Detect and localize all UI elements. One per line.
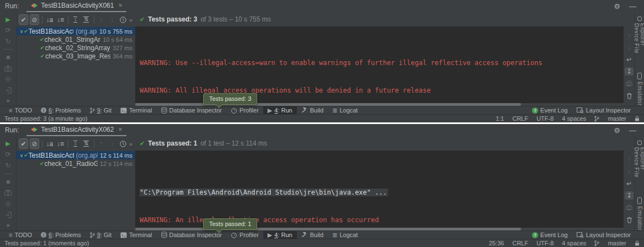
scrollbar-thumb[interactable] bbox=[135, 228, 521, 230]
resume-icon[interactable]: ↻ bbox=[4, 162, 13, 170]
indent-setting[interactable]: 4 spaces bbox=[562, 115, 586, 122]
scroll-to-end-icon[interactable]: ↧ bbox=[625, 67, 634, 76]
test-history-icon[interactable] bbox=[118, 14, 127, 25]
tree-row-test[interactable]: ✔ check_01_StringArray_Distance 10 s 64 … bbox=[17, 35, 135, 44]
problems-button[interactable]: !6: Problems bbox=[36, 231, 86, 239]
git-branch-name[interactable]: master bbox=[608, 115, 626, 122]
tree-row-test[interactable]: ✔ check_01_RadioGroupChange 12 s 114 ms bbox=[17, 159, 135, 168]
run-tool-window-x061: Run: TestB1BasicActivityX061 × ⚙ — ▶ ⟳ ↻… bbox=[0, 0, 644, 122]
line-endings[interactable]: CRLF bbox=[512, 115, 528, 122]
expand-all-button[interactable]: ↕ bbox=[71, 138, 80, 149]
tab-testb1basicactivityx062[interactable]: TestB1BasicActivityX062 × bbox=[26, 124, 126, 136]
layout-inspector-icon bbox=[577, 108, 584, 114]
file-encoding[interactable]: UTF-8 bbox=[536, 115, 553, 122]
test-name: check_01_RadioGroupChange bbox=[44, 160, 98, 168]
run-button[interactable]: ▶4: Run bbox=[263, 231, 297, 239]
test-history-icon[interactable] bbox=[118, 138, 127, 149]
sort-by-duration-button[interactable]: ↓≡ bbox=[56, 138, 65, 149]
test-name: check_02_StringArray_Weight bbox=[45, 44, 110, 52]
toolbar-more-icon[interactable]: » bbox=[129, 17, 132, 23]
collapse-all-button[interactable]: ⇅ bbox=[82, 138, 91, 149]
tool-window-bar: ≡TODO !6: Problems 9: Git Terminal Datab… bbox=[0, 106, 644, 114]
logcat-icon: ≣ bbox=[332, 232, 337, 239]
toolbar-more-icon[interactable]: » bbox=[129, 141, 132, 147]
clear-console-icon[interactable] bbox=[625, 92, 634, 100]
test-name: check_01_StringArray_Distance bbox=[44, 36, 100, 44]
build-button[interactable]: Build bbox=[297, 106, 328, 114]
device-file-explorer-button[interactable]: Device File Explorer bbox=[634, 17, 644, 57]
file-encoding[interactable]: UTF-8 bbox=[536, 240, 553, 246]
indent-setting[interactable]: 4 spaces bbox=[562, 240, 586, 246]
show-ignored-button[interactable]: ⊘ bbox=[30, 138, 39, 149]
import-test-results-icon[interactable] bbox=[4, 211, 13, 219]
close-icon[interactable]: × bbox=[118, 126, 122, 133]
profiler-button[interactable]: Profiler bbox=[226, 106, 263, 114]
caret-position[interactable]: 25:36 bbox=[489, 240, 504, 246]
tree-row-test[interactable]: ✔ check_02_StringArray_Weight 327 ms bbox=[17, 44, 135, 52]
layout-inspector-button[interactable]: Layout Inspector bbox=[572, 231, 635, 239]
clear-console-icon[interactable] bbox=[625, 216, 634, 224]
test-settings-icon bbox=[4, 76, 13, 84]
run-titlebar: Run: TestB1BasicActivityX061 × ⚙ — bbox=[0, 0, 644, 12]
chevron-down-icon[interactable]: ∨ bbox=[19, 29, 24, 34]
test-config-icon bbox=[31, 3, 38, 8]
logcat-button[interactable]: ≣Logcat bbox=[328, 106, 362, 114]
event-log-button[interactable]: 7Event Log bbox=[528, 231, 572, 239]
sort-alphabetically-button[interactable]: ↓a bbox=[45, 14, 55, 25]
collapse-all-button[interactable]: ⇅ bbox=[82, 14, 91, 25]
tree-row-root[interactable]: ∨ ✔ TestB1BasicActivityX062 (org.aplas.b… bbox=[17, 151, 135, 159]
tree-row-root[interactable]: ∨ ✔ TestB1BasicActivityX061 (org.aplas.b… bbox=[17, 27, 135, 35]
rerun-button[interactable]: ▶ bbox=[4, 15, 13, 24]
run-button[interactable]: ▶4: Run bbox=[263, 106, 297, 114]
caret-position[interactable]: 1:1 bbox=[496, 115, 504, 122]
gear-icon[interactable]: ⚙ bbox=[614, 2, 620, 10]
test-class-name: TestB1BasicActivityX062 bbox=[28, 152, 73, 159]
profiler-button[interactable]: Profiler bbox=[226, 231, 263, 239]
problems-button[interactable]: !6: Problems bbox=[36, 106, 86, 114]
device-file-explorer-button[interactable]: Device File Explorer bbox=[634, 141, 644, 181]
rerun-failed-tests-icon[interactable]: ⟳ bbox=[4, 26, 13, 35]
emulator-button[interactable]: Emulator bbox=[637, 197, 643, 230]
soft-wrap-icon[interactable]: ↵ bbox=[625, 55, 634, 63]
test-package: (org.aplas.b bbox=[76, 152, 98, 159]
minimize-icon[interactable]: — bbox=[629, 126, 636, 135]
todo-button[interactable]: ≡TODO bbox=[4, 231, 36, 239]
todo-button[interactable]: ≡TODO bbox=[4, 106, 36, 114]
event-log-button[interactable]: 7Event Log bbox=[528, 106, 572, 114]
build-button[interactable]: Build bbox=[297, 231, 328, 239]
git-button[interactable]: 9: Git bbox=[86, 231, 116, 239]
database-inspector-button[interactable]: Database Inspector bbox=[157, 231, 226, 239]
logcat-button[interactable]: ≣Logcat bbox=[328, 231, 362, 239]
scroll-to-end-icon[interactable]: ↧ bbox=[625, 191, 634, 200]
layout-inspector-button[interactable]: Layout Inspector bbox=[572, 106, 635, 114]
import-test-results-icon[interactable] bbox=[4, 86, 13, 94]
more-options-icon[interactable]: » bbox=[6, 222, 9, 228]
tree-row-test[interactable]: ✔ check_03_Image_Resources 364 ms bbox=[17, 52, 135, 60]
sort-by-duration-button[interactable]: ↓≡ bbox=[56, 14, 65, 25]
rerun-button[interactable]: ▶ bbox=[4, 139, 13, 148]
sort-alphabetically-button[interactable]: ↓a bbox=[45, 138, 55, 149]
rerun-failed-tests-icon[interactable]: ⟳ bbox=[4, 151, 13, 159]
scrollbar-thumb[interactable] bbox=[135, 103, 521, 106]
database-inspector-button[interactable]: Database Inspector bbox=[157, 106, 226, 114]
git-button[interactable]: 9: Git bbox=[86, 106, 116, 114]
emulator-button[interactable]: Emulator bbox=[637, 73, 643, 106]
resume-icon[interactable]: ↻ bbox=[4, 37, 13, 45]
git-branch-name[interactable]: master bbox=[608, 240, 626, 246]
show-passed-button[interactable]: ✔ bbox=[19, 14, 28, 25]
terminal-button[interactable]: Terminal bbox=[116, 106, 157, 114]
chevron-down-icon[interactable]: ∨ bbox=[19, 153, 24, 158]
close-icon[interactable]: × bbox=[118, 2, 122, 9]
minimize-icon[interactable]: — bbox=[629, 2, 636, 10]
gear-icon[interactable]: ⚙ bbox=[614, 126, 620, 135]
todo-icon: ≡ bbox=[9, 232, 12, 238]
line-endings[interactable]: CRLF bbox=[512, 240, 528, 246]
more-options-icon[interactable]: » bbox=[6, 97, 9, 104]
show-passed-button[interactable]: ✔ bbox=[19, 138, 28, 149]
soft-wrap-icon[interactable]: ↵ bbox=[625, 179, 634, 187]
test-tree-pane: ✔ ⊘ ↓a ↓≡ ↕ ⇅ ↑ ↓ » ∨ ✔ TestB1BasicActiv… bbox=[17, 136, 135, 230]
tab-testb1basicactivityx061[interactable]: TestB1BasicActivityX061 × bbox=[26, 0, 126, 12]
terminal-button[interactable]: Terminal bbox=[116, 231, 157, 239]
show-ignored-button[interactable]: ⊘ bbox=[30, 14, 39, 25]
expand-all-button[interactable]: ↕ bbox=[71, 14, 80, 25]
